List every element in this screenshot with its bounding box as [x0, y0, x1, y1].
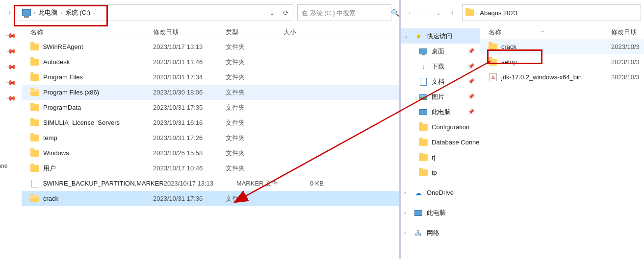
breadcrumb-folder[interactable]: Abaqus 2023 — [480, 9, 517, 17]
tree-thispc[interactable]: › 此电脑 — [401, 205, 480, 220]
col-name[interactable]: 名称 — [30, 28, 153, 37]
folder-open-icon — [30, 194, 39, 203]
file-type: 文件夹 — [226, 43, 283, 51]
back-button[interactable]: ← — [404, 6, 418, 20]
file-type: 文件夹 — [226, 103, 283, 112]
tree-item[interactable]: 图片📌 — [401, 89, 480, 104]
file-row[interactable]: Program Files (x86)2023/10/30 18:06文件夹 — [22, 85, 399, 100]
search-input[interactable] — [298, 9, 388, 17]
folder-icon — [30, 149, 39, 158]
file-date: 2023/10/17 13:13 — [153, 43, 226, 50]
folder-icon — [419, 168, 428, 177]
file-date: 2023/10/31 17:36 — [153, 195, 226, 202]
file-row[interactable]: setup2023/10/3 — [480, 54, 644, 70]
file-type: 文件夹 — [226, 118, 283, 127]
search-box[interactable]: 🔍 — [297, 4, 391, 21]
pc-icon — [419, 108, 428, 117]
tree-label: tp — [432, 169, 437, 176]
col-name[interactable]: 名称⌃ — [489, 28, 611, 37]
file-date: 2023/10/25 15:58 — [153, 149, 226, 157]
tree-item[interactable]: rj — [401, 150, 480, 165]
chevron-down-icon: ⌄ — [404, 33, 409, 39]
search-icon[interactable]: 🔍 — [388, 6, 402, 20]
folder-icon — [465, 8, 474, 17]
folder-icon — [419, 123, 428, 132]
tree-label: 网络 — [427, 229, 439, 237]
file-row[interactable]: 用户2023/10/17 10:46文件夹 — [22, 161, 399, 176]
file-row[interactable]: $WinREAgent2023/10/17 13:13文件夹 — [22, 39, 399, 54]
breadcrumb-root[interactable]: 此电脑 — [38, 8, 57, 17]
cloud-icon: ☁ — [414, 188, 423, 197]
col-type[interactable]: 类型 — [226, 28, 283, 37]
address-bar[interactable]: › 此电脑 › 系统 (C:) › ⌄ ⟳ — [19, 4, 293, 21]
folder-open-icon — [30, 88, 39, 97]
pin-icon: 📌 — [468, 63, 475, 70]
folder-icon — [489, 58, 497, 67]
file-row[interactable]: Autodesk2023/10/31 11:46文件夹 — [22, 54, 399, 70]
pin-icon: 📌 — [468, 109, 475, 115]
file-type: 文件夹 — [226, 194, 283, 203]
column-headers[interactable]: 名称⌃ 修改日期 — [480, 25, 644, 39]
chevron-right-icon: › — [34, 10, 35, 16]
refresh-button[interactable]: ⟳ — [279, 6, 293, 20]
tree-item[interactable]: tp — [401, 165, 480, 180]
tree-item[interactable]: ↓下载📌 — [401, 59, 480, 74]
file-row[interactable]: Program Files2023/10/31 17:34文件夹 — [22, 70, 399, 85]
folder-icon — [30, 103, 39, 112]
pin-icon: 📌 — [6, 61, 16, 71]
tree-label: 下载 — [432, 62, 444, 71]
file-name: Program Files (x86) — [43, 89, 99, 96]
file-row[interactable]: Windows2023/10/25 15:58文件夹 — [22, 145, 399, 161]
document-icon — [419, 77, 428, 86]
pin-icon: 📌 — [6, 30, 16, 40]
rail-truncated-text: ration e Conne — [0, 144, 7, 173]
file-size: 0 KB — [294, 180, 329, 187]
tree-label: Database Conne — [432, 139, 480, 146]
sort-indicator: ⌃ — [541, 30, 544, 35]
file-name: crack — [43, 195, 58, 202]
file-row[interactable]: $WINRE_BACKUP_PARTITION.MARKER2023/10/17… — [22, 176, 399, 191]
file-date: 2023/10/3 — [611, 58, 644, 66]
file-name: SIMULIA_License_Servers — [43, 119, 120, 126]
tree-label: 此电脑 — [432, 108, 451, 117]
address-dropdown[interactable]: ⌄ — [265, 6, 279, 20]
pc-icon — [414, 209, 423, 217]
tree-network[interactable]: › 🖧 网络 — [401, 225, 480, 240]
forward-button[interactable]: → — [418, 6, 432, 20]
file-list: crack2023/10/3setup2023/10/3♨jdk-17.0.2_… — [480, 39, 644, 259]
file-type: 文件夹 — [226, 164, 283, 173]
file-row[interactable]: temp2023/10/31 17:26文件夹 — [22, 130, 399, 145]
tree-item[interactable]: 桌面📌 — [401, 44, 480, 59]
file-row[interactable]: ProgramData2023/10/31 17:35文件夹 — [22, 100, 399, 115]
folder-icon — [30, 164, 39, 173]
recent-dropdown[interactable]: ⌄ — [432, 6, 445, 20]
up-button[interactable]: ↑ — [3, 6, 17, 20]
tree-item[interactable]: Configuration — [401, 119, 480, 135]
file-row[interactable]: SIMULIA_License_Servers2023/10/31 16:16文… — [22, 115, 399, 130]
tree-quick-access[interactable]: ⌄ ★ 快速访问 — [401, 28, 480, 44]
tree-item[interactable]: Database Conne — [401, 135, 480, 150]
file-row[interactable]: crack2023/10/31 17:36文件夹 — [22, 191, 399, 206]
breadcrumb-drive[interactable]: 系统 (C:) — [65, 8, 90, 17]
file-name: Program Files — [43, 73, 83, 81]
file-date: 2023/10/30 18:06 — [153, 89, 226, 96]
folder-icon — [30, 73, 39, 82]
col-date[interactable]: 修改日期 — [153, 28, 226, 37]
address-bar[interactable]: › Abaqus 2023 — [462, 4, 641, 21]
pin-icon: 📌 — [6, 93, 16, 102]
tree-item[interactable]: 此电脑📌 — [401, 104, 480, 119]
file-name: jdk-17.0.2_windows-x64_bin — [501, 73, 582, 81]
file-date: 2023/10/31 17:34 — [153, 73, 226, 81]
folder-icon — [30, 58, 39, 67]
column-headers[interactable]: 名称 修改日期 类型 大小 — [22, 25, 399, 39]
chevron-right-icon: › — [404, 190, 409, 195]
pc-icon — [22, 9, 31, 16]
tree-item[interactable]: 文档📌 — [401, 74, 480, 89]
folder-icon — [30, 118, 39, 127]
up-button[interactable]: ↑ — [445, 6, 459, 20]
file-row[interactable]: crack2023/10/3 — [480, 39, 644, 54]
col-size[interactable]: 大小 — [283, 28, 318, 37]
col-date[interactable]: 修改日期 — [611, 28, 644, 37]
file-row[interactable]: ♨jdk-17.0.2_windows-x64_bin2023/10/3 — [480, 70, 644, 85]
tree-onedrive[interactable]: › ☁ OneDrive — [401, 185, 480, 200]
